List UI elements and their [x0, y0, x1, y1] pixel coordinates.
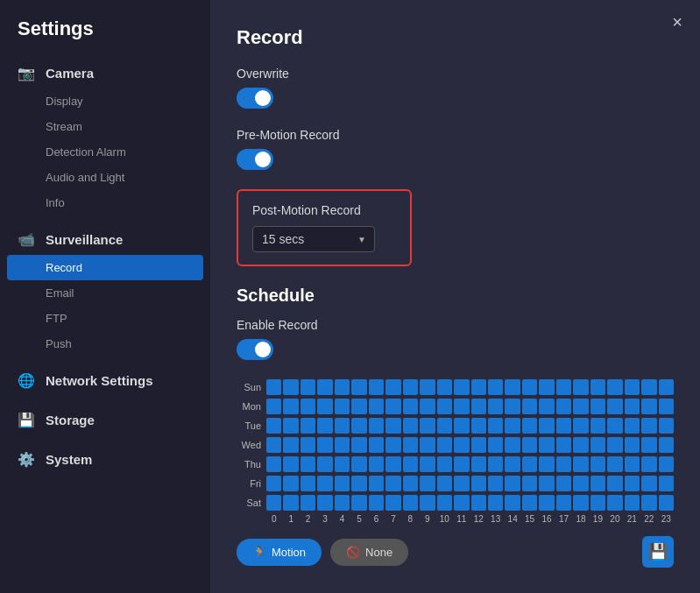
grid-cell-tue-23[interactable] [659, 418, 674, 434]
grid-cell-tue-14[interactable] [505, 418, 520, 434]
grid-cell-sun-19[interactable] [590, 379, 605, 395]
grid-cell-mon-21[interactable] [625, 399, 640, 414]
grid-cell-fri-19[interactable] [590, 476, 605, 491]
grid-cell-fri-15[interactable] [522, 476, 537, 491]
grid-cell-sat-1[interactable] [283, 495, 298, 511]
grid-cell-fri-10[interactable] [437, 476, 452, 491]
grid-cell-sun-8[interactable] [403, 379, 418, 395]
grid-cell-sat-11[interactable] [454, 495, 469, 511]
grid-cell-sun-11[interactable] [454, 379, 469, 395]
grid-cell-sat-4[interactable] [335, 495, 350, 511]
grid-cell-mon-2[interactable] [301, 399, 315, 414]
grid-cell-sun-15[interactable] [522, 379, 537, 395]
grid-cell-fri-5[interactable] [351, 476, 366, 491]
sidebar-item-detection-alarm[interactable]: Detection Alarm [0, 139, 210, 165]
grid-cell-tue-11[interactable] [454, 418, 469, 434]
grid-cell-tue-18[interactable] [573, 418, 588, 434]
grid-cell-sat-23[interactable] [659, 495, 674, 511]
grid-cell-thu-12[interactable] [471, 456, 486, 472]
grid-cell-fri-22[interactable] [641, 476, 656, 491]
grid-cell-tue-21[interactable] [625, 418, 640, 434]
grid-cell-thu-20[interactable] [607, 456, 622, 472]
grid-cell-sat-8[interactable] [403, 495, 418, 511]
grid-cell-fri-21[interactable] [625, 476, 640, 491]
grid-cell-sun-22[interactable] [641, 379, 656, 395]
grid-cell-thu-15[interactable] [522, 456, 537, 472]
grid-cell-mon-16[interactable] [539, 399, 554, 414]
grid-cell-tue-10[interactable] [437, 418, 452, 434]
grid-cell-sun-14[interactable] [505, 379, 520, 395]
sidebar-item-info[interactable]: Info [0, 190, 210, 215]
grid-cell-wed-17[interactable] [556, 437, 571, 453]
grid-cell-mon-0[interactable] [266, 399, 281, 414]
grid-cell-thu-17[interactable] [556, 456, 571, 472]
grid-cell-tue-20[interactable] [607, 418, 622, 434]
grid-cell-sun-7[interactable] [385, 379, 400, 395]
grid-cell-wed-19[interactable] [590, 437, 605, 453]
grid-cell-tue-9[interactable] [420, 418, 435, 434]
grid-cell-thu-6[interactable] [369, 456, 384, 472]
grid-cell-fri-14[interactable] [505, 476, 520, 491]
sidebar-section-header-network[interactable]: 🌐 Network Settings [0, 365, 210, 396]
sidebar-item-audio-and-light[interactable]: Audio and Light [0, 165, 210, 190]
grid-cell-tue-17[interactable] [556, 418, 571, 434]
grid-cell-fri-20[interactable] [607, 476, 622, 491]
grid-cell-thu-8[interactable] [403, 456, 418, 472]
grid-cell-sat-9[interactable] [420, 495, 435, 511]
grid-cell-mon-15[interactable] [522, 399, 537, 414]
grid-cell-wed-22[interactable] [641, 437, 656, 453]
grid-cell-wed-14[interactable] [505, 437, 520, 453]
grid-cell-mon-14[interactable] [505, 399, 520, 414]
grid-cell-sun-5[interactable] [351, 379, 366, 395]
grid-cell-sat-22[interactable] [641, 495, 656, 511]
grid-cell-wed-11[interactable] [454, 437, 469, 453]
grid-cell-sun-20[interactable] [607, 379, 622, 395]
sidebar-section-header-storage[interactable]: 💾 Storage [0, 405, 210, 435]
grid-cell-mon-5[interactable] [351, 399, 366, 414]
grid-cell-sun-3[interactable] [317, 379, 332, 395]
grid-cell-fri-9[interactable] [420, 476, 435, 491]
grid-cell-sun-0[interactable] [266, 379, 281, 395]
grid-cell-fri-3[interactable] [317, 476, 332, 491]
post-motion-select[interactable]: 5 secs 10 secs 15 secs 30 secs 60 secs [252, 226, 375, 252]
grid-cell-mon-10[interactable] [437, 399, 452, 414]
grid-cell-wed-18[interactable] [573, 437, 588, 453]
grid-cell-sat-12[interactable] [471, 495, 486, 511]
grid-cell-wed-1[interactable] [283, 437, 298, 453]
grid-cell-wed-9[interactable] [420, 437, 435, 453]
grid-cell-fri-16[interactable] [539, 476, 554, 491]
none-button[interactable]: 🚫 None [330, 539, 408, 566]
grid-cell-thu-9[interactable] [420, 456, 435, 472]
grid-cell-mon-17[interactable] [556, 399, 571, 414]
grid-cell-wed-21[interactable] [625, 437, 640, 453]
grid-cell-fri-0[interactable] [266, 476, 281, 491]
grid-cell-tue-5[interactable] [351, 418, 366, 434]
grid-cell-sun-18[interactable] [573, 379, 588, 395]
grid-cell-sun-21[interactable] [625, 379, 640, 395]
grid-cell-sat-21[interactable] [625, 495, 640, 511]
grid-cell-wed-2[interactable] [301, 437, 315, 453]
grid-cell-wed-5[interactable] [351, 437, 366, 453]
grid-cell-sun-17[interactable] [556, 379, 571, 395]
grid-cell-tue-3[interactable] [317, 418, 332, 434]
grid-cell-sat-20[interactable] [607, 495, 622, 511]
grid-cell-mon-13[interactable] [488, 399, 503, 414]
sidebar-item-display[interactable]: Display [0, 88, 210, 114]
grid-cell-tue-1[interactable] [283, 418, 298, 434]
grid-cell-fri-8[interactable] [403, 476, 418, 491]
grid-cell-thu-14[interactable] [505, 456, 520, 472]
grid-cell-mon-8[interactable] [403, 399, 418, 414]
grid-cell-sat-10[interactable] [437, 495, 452, 511]
grid-cell-sun-6[interactable] [369, 379, 384, 395]
save-button[interactable]: 💾 [642, 536, 674, 568]
grid-cell-tue-0[interactable] [266, 418, 281, 434]
grid-cell-sat-6[interactable] [369, 495, 384, 511]
grid-cell-sat-15[interactable] [522, 495, 537, 511]
grid-cell-wed-16[interactable] [539, 437, 554, 453]
grid-cell-fri-17[interactable] [556, 476, 571, 491]
grid-cell-tue-7[interactable] [385, 418, 400, 434]
sidebar-item-ftp[interactable]: FTP [0, 306, 210, 331]
sidebar-item-email[interactable]: Email [0, 280, 210, 306]
grid-cell-thu-1[interactable] [283, 456, 298, 472]
grid-cell-fri-11[interactable] [454, 476, 469, 491]
